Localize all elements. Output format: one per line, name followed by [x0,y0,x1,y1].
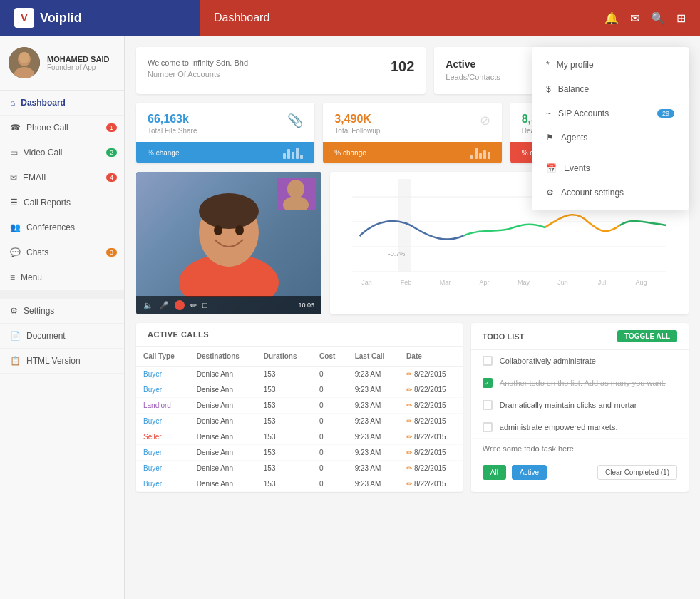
svg-text:-0.7%: -0.7% [388,250,406,257]
sidebar-item-conferences[interactable]: 👥 Conferences [0,215,124,240]
sidebar-item-menu[interactable]: ≡ Menu [0,265,124,290]
search-icon[interactable]: 🔍 [651,11,665,25]
active-calls-card: ACTIVE CALLS Call Type Destinations Dura… [136,323,463,492]
file-share-label: Total File Share [148,127,197,135]
mail-icon[interactable]: ✉ [630,11,639,25]
call-type-cell: Buyer [136,367,190,382]
followup-bottom: % change [323,142,501,163]
sidebar-item-call-reports[interactable]: ☰ Call Reports [0,190,124,215]
sidebar-item-video-call[interactable]: ▭ Video Call 2 [0,140,124,165]
dropdown-item-profile[interactable]: * My profile [532,53,689,77]
duration-cell: 153 [257,445,312,461]
todo-item: ✓Another todo on the list. Add as many y… [471,372,689,394]
nav-divider [0,290,124,299]
email-icon: ✉ [10,173,17,183]
todo-item: administrate empowered markets. [471,416,689,439]
mute-button[interactable]: 🎤 [159,301,169,310]
todo-header: TODO LIST Toggle All [471,323,689,350]
sidebar-item-email[interactable]: ✉ EMAIL 4 [0,165,124,190]
todo-text: administrate empowered markets. [500,423,618,431]
todo-checkbox[interactable] [483,400,493,410]
dropdown-item-balance[interactable]: $ Balance [532,77,689,101]
date-cell: ✏8/22/2015 [399,461,463,476]
filter-all-button[interactable]: All [483,465,506,480]
date-cell: ✏8/22/2015 [399,414,463,429]
svg-text:Mar: Mar [440,279,451,286]
file-share-value: 66,163k [148,113,197,126]
dropdown-item-events[interactable]: 📅 Events [532,156,689,180]
slash-circle-icon: ⊘ [480,113,490,128]
file-share-bottom: % change [136,142,314,163]
bell-icon[interactable]: 🔔 [604,11,619,25]
call-type-cell: Landlord [136,398,190,414]
metric-followup: 3,490K Total Followup ⊘ % change [323,103,501,163]
todo-checkbox[interactable] [483,356,493,366]
svg-point-10 [287,180,304,198]
sidebar-item-settings[interactable]: ⚙ Settings [0,299,124,324]
call-type-cell: Buyer [136,476,190,492]
logo-text: Voiplid [40,11,82,26]
balance-icon: $ [546,84,551,94]
svg-point-8 [235,225,244,235]
grid-icon[interactable]: ⊞ [676,11,686,25]
events-label: Events [564,163,590,173]
sidebar-item-document[interactable]: 📄 Document 2 [0,324,124,349]
col-cost: Cost [312,347,348,367]
dropdown-item-agents[interactable]: ⚑ Agents [532,126,689,150]
todo-checkbox[interactable]: ✓ [483,378,493,388]
content-area: Welcome to Infinity Sdn. Bhd. Number Of … [125,36,700,599]
volume-button[interactable]: 🔈 [143,301,153,310]
todo-input[interactable] [471,439,689,459]
dropdown-item-account-settings[interactable]: ⚙ Account settings [532,180,689,205]
phone-icon: ☎ [10,123,21,133]
dropdown-item-sip[interactable]: ~ SIP Accounts 29 [532,101,689,126]
last-call-cell: 9:23 AM [348,414,399,429]
svg-text:Jun: Jun [557,279,568,286]
file-share-change: % change [148,149,179,157]
video-card: 🔈 🎤 ✕ ✏ □ 10:05 [136,172,321,314]
main-layout: MOHAMED SAID Founder of App ⌂ Dashboard … [0,36,700,599]
filter-active-button[interactable]: Active [512,465,547,480]
bottom-row: ACTIVE CALLS Call Type Destinations Dura… [136,323,689,492]
table-row: Buyer Denise Ann 153 0 9:23 AM ✏8/22/201… [136,461,463,476]
destination-cell: Denise Ann [190,398,257,414]
nav-label-email: EMAIL [23,173,48,183]
sidebar-item-chats[interactable]: 💬 Chats 3 [0,240,124,265]
svg-text:Apr: Apr [479,279,489,286]
svg-point-7 [214,225,222,235]
top-bar: V Voiplid Dashboard 🔔 ✉ 🔍 ⊞ [0,0,700,36]
avatar [9,47,40,78]
duration-cell: 153 [257,414,312,429]
end-call-button[interactable]: ✕ [175,300,185,310]
logo-icon: V [14,8,34,28]
top-bar-icons: 🔔 ✉ 🔍 ⊞ [604,11,700,25]
leads-label: Leads/Contacts [446,73,500,81]
conferences-icon: 👥 [10,222,21,232]
nav-label-chats: Chats [26,247,48,257]
col-destinations: Destinations [190,347,257,367]
app-container: V Voiplid Dashboard 🔔 ✉ 🔍 ⊞ [0,0,700,599]
file-share-chart [283,146,303,159]
sip-icon: ~ [546,108,551,118]
todo-checkbox[interactable] [483,422,493,432]
col-last-call: Last Call [348,347,399,367]
sidebar-item-phone-call[interactable]: ☎ Phone Call 1 [0,116,124,140]
edit-button[interactable]: ✏ [190,301,197,310]
table-row: Buyer Denise Ann 153 0 9:23 AM ✏8/22/201… [136,445,463,461]
duration-cell: 153 [257,476,312,492]
todo-footer: All Active Clear Completed (1) [471,459,689,486]
toggle-all-button[interactable]: Toggle All [617,330,677,342]
svg-text:Feb: Feb [401,279,412,286]
clear-completed-button[interactable]: Clear Completed (1) [597,465,677,480]
last-call-cell: 9:23 AM [348,382,399,398]
sidebar-item-dashboard[interactable]: ⌂ Dashboard [0,91,124,116]
destination-cell: Denise Ann [190,445,257,461]
cost-cell: 0 [312,429,348,445]
cost-cell: 0 [312,367,348,382]
video-time: 10:05 [298,302,314,309]
fullscreen-button[interactable]: □ [202,301,207,309]
nav-label-dashboard: Dashboard [21,98,66,108]
last-call-cell: 9:23 AM [348,476,399,492]
call-type-cell: Buyer [136,445,190,461]
sidebar-item-html-version[interactable]: 📋 HTML Version [0,349,124,374]
